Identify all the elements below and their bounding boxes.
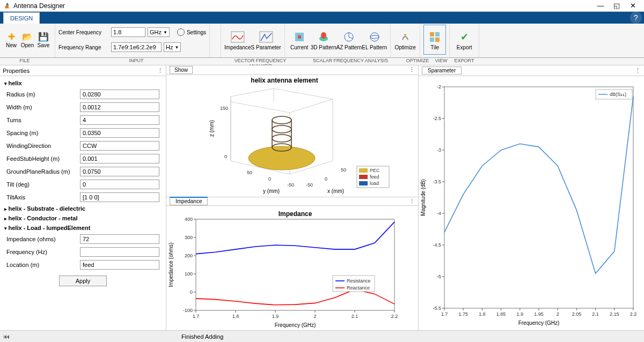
antenna-3d-view[interactable]: helix antenna element 1 bbox=[166, 75, 402, 196]
impedance-chart[interactable]: Impedance-10001002003004001.71.81.922.12… bbox=[166, 206, 402, 329]
section-helix[interactable]: helix bbox=[0, 78, 166, 88]
chevron-down-icon: ▼ bbox=[163, 30, 167, 35]
current-icon bbox=[294, 29, 305, 44]
svg-text:0: 0 bbox=[268, 176, 271, 182]
property-input[interactable] bbox=[80, 247, 159, 257]
svg-text:Magnitude (dB): Magnitude (dB) bbox=[420, 179, 426, 215]
property-input[interactable] bbox=[80, 115, 159, 125]
svg-text:2.2: 2.2 bbox=[391, 314, 398, 319]
property-input[interactable] bbox=[80, 102, 159, 112]
frequency-range-input[interactable] bbox=[111, 42, 162, 52]
property-label: Width (m) bbox=[6, 104, 77, 110]
impedance-tab[interactable]: Impedance bbox=[170, 197, 208, 205]
svg-text:0: 0 bbox=[190, 289, 193, 295]
properties-header: Properties bbox=[3, 68, 30, 74]
optimize-button[interactable]: Optimize bbox=[394, 25, 416, 55]
rewind-icon[interactable]: ⏮ bbox=[3, 333, 10, 340]
azpattern-button[interactable]: AZ Pattern bbox=[336, 25, 362, 55]
panel-menu-icon[interactable]: ⋮ bbox=[409, 198, 418, 205]
property-row: WindingDirection bbox=[0, 139, 166, 152]
fr-unit-select[interactable]: Hz▼ bbox=[164, 42, 181, 52]
minimize-button[interactable]: — bbox=[592, 1, 609, 11]
svg-text:1.75: 1.75 bbox=[458, 311, 468, 317]
svg-text:-50: -50 bbox=[306, 182, 313, 188]
pattern3d-button[interactable]: 3D Pattern bbox=[311, 25, 336, 55]
help-icon[interactable]: ? bbox=[630, 12, 642, 24]
svg-text:-3.5: -3.5 bbox=[433, 179, 441, 184]
cf-unit-select[interactable]: GHz▼ bbox=[148, 27, 170, 37]
svg-text:Frequency (GHz): Frequency (GHz) bbox=[518, 320, 560, 326]
svg-rect-38 bbox=[196, 219, 394, 310]
gear-icon bbox=[177, 28, 185, 36]
window-title: Antenna Designer bbox=[13, 2, 592, 10]
svg-point-18 bbox=[272, 125, 291, 133]
impedance-button[interactable]: Impedance bbox=[224, 25, 251, 55]
close-button[interactable]: ✕ bbox=[625, 1, 641, 11]
svg-text:50: 50 bbox=[247, 170, 252, 175]
apply-button[interactable]: Apply bbox=[59, 276, 107, 286]
statusbar: ⏮ Finished Adding bbox=[0, 330, 644, 342]
svg-text:1.95: 1.95 bbox=[534, 311, 544, 317]
svg-text:-2.5: -2.5 bbox=[433, 116, 441, 121]
open-button[interactable]: 📂Open bbox=[19, 25, 35, 55]
property-label: Impedance (ohms) bbox=[6, 236, 77, 242]
sparameter-button[interactable]: S Parameter bbox=[251, 25, 281, 55]
properties-panel: Properties ⋮ helix Radius (m)Width (m)Tu… bbox=[0, 65, 166, 330]
property-label: Location (m) bbox=[6, 262, 77, 268]
property-row: Spacing (m) bbox=[0, 127, 166, 139]
tab-design[interactable]: DESIGN bbox=[3, 12, 40, 24]
svg-text:Impedance: Impedance bbox=[279, 210, 312, 218]
chevron-down-icon: ▼ bbox=[174, 45, 179, 50]
sparameter-tab[interactable]: Sparameter bbox=[422, 66, 462, 75]
azpattern-icon bbox=[343, 29, 355, 44]
section-load[interactable]: helix - Load - lumpedElement bbox=[0, 223, 166, 233]
property-input[interactable] bbox=[80, 154, 159, 163]
svg-text:1.9: 1.9 bbox=[517, 311, 524, 317]
property-input[interactable] bbox=[80, 180, 159, 189]
panel-menu-icon[interactable]: ⋮ bbox=[635, 67, 644, 74]
svg-text:1.7: 1.7 bbox=[441, 311, 448, 317]
section-conductor[interactable]: helix - Conductor - metal bbox=[0, 213, 166, 223]
property-input[interactable] bbox=[80, 192, 159, 202]
panel-menu-icon[interactable]: ⋮ bbox=[409, 66, 418, 73]
svg-text:-50: -50 bbox=[287, 182, 294, 188]
svg-rect-12 bbox=[430, 38, 434, 42]
svg-text:z (mm): z (mm) bbox=[209, 120, 215, 137]
section-substrate[interactable]: helix - Substrate - dielectric bbox=[0, 204, 166, 213]
property-row: Impedance (ohms) bbox=[0, 233, 166, 246]
svg-text:-5: -5 bbox=[437, 274, 441, 279]
svg-rect-3 bbox=[298, 35, 301, 39]
svg-text:1.85: 1.85 bbox=[496, 311, 506, 317]
property-input[interactable] bbox=[80, 141, 159, 151]
settings-button[interactable]: Settings bbox=[187, 29, 206, 35]
property-input[interactable] bbox=[80, 167, 159, 176]
tile-button[interactable]: Tile bbox=[423, 25, 446, 55]
fr-label: Frequency Range bbox=[58, 44, 109, 50]
property-input[interactable] bbox=[80, 128, 159, 138]
property-input[interactable] bbox=[80, 234, 159, 244]
svg-text:2.1: 2.1 bbox=[352, 314, 358, 319]
new-icon: ✚ bbox=[8, 32, 15, 42]
elpattern-button[interactable]: EL Pattern bbox=[362, 25, 387, 55]
property-input[interactable] bbox=[80, 260, 159, 270]
center-frequency-input[interactable] bbox=[111, 27, 145, 37]
property-row: Frequency (Hz) bbox=[0, 246, 166, 258]
panel-menu-icon[interactable]: ⋮ bbox=[157, 67, 163, 74]
svg-text:Resistance: Resistance bbox=[347, 278, 371, 284]
svg-text:300: 300 bbox=[185, 235, 193, 240]
svg-text:-4.5: -4.5 bbox=[433, 242, 441, 248]
save-button[interactable]: 💾Save bbox=[35, 25, 52, 55]
export-button[interactable]: ✔Export bbox=[453, 25, 475, 55]
sparameter-chart[interactable]: -5.5-5-4.5-4-3.5-3-2.5-21.71.751.81.851.… bbox=[419, 76, 641, 327]
current-button[interactable]: Current bbox=[288, 25, 311, 55]
optimize-icon bbox=[399, 29, 411, 44]
new-button[interactable]: ✚New bbox=[3, 25, 19, 55]
svg-text:200: 200 bbox=[185, 253, 193, 258]
svg-text:1.8: 1.8 bbox=[479, 311, 486, 317]
show-tab[interactable]: Show bbox=[170, 66, 193, 74]
svg-text:-100: -100 bbox=[183, 308, 193, 313]
maximize-button[interactable]: ◱ bbox=[609, 1, 625, 11]
property-input[interactable] bbox=[80, 90, 159, 99]
svg-text:-2: -2 bbox=[437, 84, 441, 90]
property-row: Turns bbox=[0, 114, 166, 127]
